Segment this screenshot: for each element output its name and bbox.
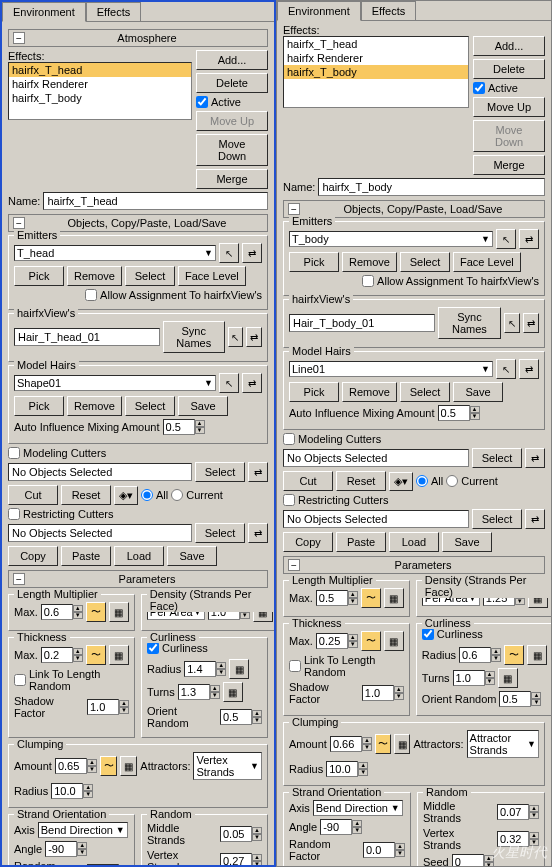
tab-environment[interactable]: Environment: [2, 2, 86, 22]
tab-effects[interactable]: Effects: [361, 1, 416, 20]
amount-spinner[interactable]: ▲▼: [55, 758, 97, 774]
pick-icon[interactable]: ↖: [496, 229, 516, 249]
restricting-cutters-checkbox[interactable]: Restricting Cutters: [283, 494, 388, 506]
pick-icon[interactable]: ↖: [219, 373, 239, 393]
save-button[interactable]: Save: [178, 396, 228, 416]
parameters-header[interactable]: −Parameters: [8, 570, 268, 588]
max-spinner[interactable]: ▲▼: [41, 604, 83, 620]
add-button[interactable]: Add...: [473, 36, 545, 56]
add-button[interactable]: Add...: [196, 50, 268, 70]
remove-button[interactable]: Remove: [342, 252, 397, 272]
copy-button[interactable]: Copy: [8, 546, 58, 566]
map-icon[interactable]: ▦: [223, 682, 243, 702]
curliness-checkbox[interactable]: Curliness: [422, 628, 483, 640]
paste-button[interactable]: Paste: [61, 546, 111, 566]
collapse-icon[interactable]: −: [13, 32, 25, 44]
select-button[interactable]: Select: [400, 382, 450, 402]
list-item[interactable]: hairfx_T_body: [284, 65, 468, 79]
map-icon[interactable]: ▦: [384, 588, 404, 608]
rf-spinner[interactable]: ▲▼: [363, 842, 405, 858]
move-down-button[interactable]: Move Down: [196, 134, 268, 166]
pick-icon[interactable]: ↖: [228, 327, 244, 347]
list-item[interactable]: hairfx_T_head: [9, 63, 191, 77]
merge-button[interactable]: Merge: [196, 169, 268, 189]
move-down-button[interactable]: Move Down: [473, 120, 545, 152]
link-icon[interactable]: ⇄: [246, 327, 262, 347]
load-button[interactable]: Load: [389, 532, 439, 552]
map-icon[interactable]: ▦: [109, 602, 129, 622]
all-radio[interactable]: All: [416, 475, 443, 487]
link-icon[interactable]: ⇄: [523, 313, 539, 333]
collapse-icon[interactable]: −: [288, 559, 300, 571]
shape-combo[interactable]: Line01▼: [289, 361, 493, 377]
map-icon[interactable]: ▦: [253, 602, 273, 622]
select-button[interactable]: Select: [195, 462, 245, 482]
link-icon[interactable]: ⇄: [519, 359, 539, 379]
name-input[interactable]: [318, 178, 545, 196]
copy-button[interactable]: Copy: [283, 532, 333, 552]
pick-icon[interactable]: ↖: [496, 359, 516, 379]
active-checkbox[interactable]: Active: [473, 82, 545, 94]
map-icon[interactable]: ▦: [120, 756, 137, 776]
curve-icon[interactable]: 〜: [361, 588, 381, 608]
seed-spinner[interactable]: ▲▼: [452, 854, 494, 866]
select-button[interactable]: Select: [472, 509, 522, 529]
effects-listbox[interactable]: hairfx_T_head hairfx Renderer hairfx_T_b…: [283, 36, 469, 108]
remove-button[interactable]: Remove: [67, 266, 122, 286]
angle-spinner[interactable]: ▲▼: [320, 819, 362, 835]
cutters-input[interactable]: [283, 449, 469, 467]
cutters-input[interactable]: [8, 463, 192, 481]
current-radio[interactable]: Current: [171, 489, 223, 501]
curve-icon[interactable]: 〜: [86, 645, 106, 665]
thick-spinner[interactable]: ▲▼: [41, 647, 83, 663]
move-up-button[interactable]: Move Up: [196, 111, 268, 131]
density-mode-combo[interactable]: Per Area▼: [147, 604, 205, 620]
sync-names-button[interactable]: Sync Names: [163, 321, 225, 353]
pick-button[interactable]: Pick: [14, 396, 64, 416]
select-button[interactable]: Select: [195, 523, 245, 543]
restricting-cutters-checkbox[interactable]: Restricting Cutters: [8, 508, 113, 520]
link-icon[interactable]: ⇄: [519, 229, 539, 249]
all-radio[interactable]: All: [141, 489, 168, 501]
map-icon[interactable]: ▦: [527, 645, 547, 665]
paste-button[interactable]: Paste: [336, 532, 386, 552]
diamond-button[interactable]: ◈▾: [114, 486, 138, 505]
shadow-spinner[interactable]: ▲▼: [87, 699, 129, 715]
collapse-icon[interactable]: −: [13, 217, 25, 229]
modeling-cutters-checkbox[interactable]: Modeling Cutters: [8, 447, 106, 459]
orient-spinner[interactable]: ▲▼: [220, 709, 262, 725]
map-icon[interactable]: ▦: [109, 645, 129, 665]
delete-button[interactable]: Delete: [196, 73, 268, 93]
delete-button[interactable]: Delete: [473, 59, 545, 79]
rf-spinner[interactable]: ▲▼: [87, 864, 129, 865]
select-button[interactable]: Select: [125, 266, 175, 286]
orient-spinner[interactable]: ▲▼: [499, 691, 541, 707]
shape-combo[interactable]: Shape01▼: [14, 375, 216, 391]
density-spinner[interactable]: ▲▼: [208, 604, 250, 620]
emitter-combo[interactable]: T_body▼: [289, 231, 493, 247]
density-spinner[interactable]: ▲▼: [483, 590, 525, 606]
link-icon[interactable]: ⇄: [248, 523, 268, 543]
mid-spinner[interactable]: ▲▼: [497, 804, 539, 820]
allow-assign-checkbox[interactable]: Allow Assignment To hairfxView's: [362, 275, 539, 287]
pick-button[interactable]: Pick: [289, 382, 339, 402]
select-button[interactable]: Select: [472, 448, 522, 468]
axis-combo[interactable]: Bend Direction▼: [313, 800, 403, 816]
curve-icon[interactable]: 〜: [504, 645, 524, 665]
remove-button[interactable]: Remove: [67, 396, 122, 416]
auto-influence-spinner[interactable]: ▲▼: [163, 419, 205, 435]
select-button[interactable]: Select: [125, 396, 175, 416]
save-button[interactable]: Save: [453, 382, 503, 402]
collapse-icon[interactable]: −: [288, 203, 300, 215]
active-checkbox[interactable]: Active: [196, 96, 268, 108]
emitter-combo[interactable]: T_head▼: [14, 245, 216, 261]
turns-spinner[interactable]: ▲▼: [453, 670, 495, 686]
max-spinner[interactable]: ▲▼: [316, 590, 358, 606]
attractors-combo[interactable]: Vertex Strands▼: [193, 752, 262, 780]
reset-button[interactable]: Reset: [336, 471, 386, 491]
map-icon[interactable]: ▦: [498, 668, 518, 688]
allow-assign-checkbox[interactable]: Allow Assignment To hairfxView's: [85, 289, 262, 301]
move-up-button[interactable]: Move Up: [473, 97, 545, 117]
link-length-checkbox[interactable]: Link To Length Random: [289, 654, 404, 678]
cut-button[interactable]: Cut: [8, 485, 58, 505]
